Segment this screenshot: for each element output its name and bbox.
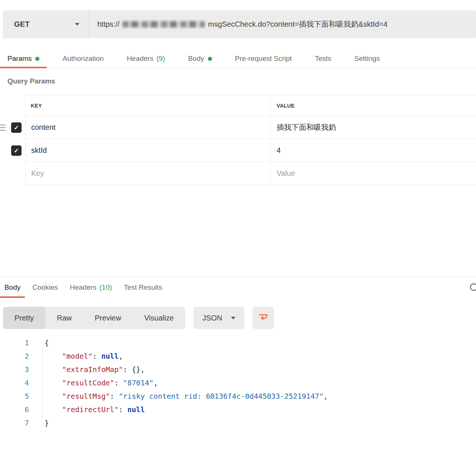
method-dropdown[interactable]: GET <box>3 10 89 38</box>
code-token: , <box>323 392 328 401</box>
param-value-input[interactable]: Value <box>270 162 476 185</box>
code-line: "model": null, <box>45 350 328 363</box>
code-token <box>45 352 62 361</box>
request-tab-settings[interactable]: Settings <box>347 49 387 68</box>
request-tabs: ParamsAuthorizationHeaders(9)BodyPre-req… <box>0 49 476 68</box>
response-tab-body[interactable]: Body <box>0 277 25 298</box>
response-tab-headers[interactable]: Headers(10) <box>65 277 117 298</box>
param-row-controls: ✓ <box>0 139 25 162</box>
request-tab-headers[interactable]: Headers(9) <box>119 49 172 68</box>
green-dot-icon <box>208 57 212 61</box>
param-key-cell[interactable]: sktId <box>25 139 270 162</box>
params-table-body: ✓content插我下面和吸我奶✓sktId4KeyValue <box>0 116 476 185</box>
code-token: { <box>45 339 49 347</box>
code-token: : {}, <box>123 365 145 374</box>
tab-label: Body <box>188 55 204 63</box>
code-token: , <box>119 352 123 361</box>
tab-label: Authorization <box>62 55 104 63</box>
param-checkbox[interactable]: ✓ <box>11 145 22 156</box>
tab-label: Body <box>4 283 20 292</box>
view-mode-raw[interactable]: Raw <box>45 307 83 329</box>
key-column-header: KEY <box>25 95 270 116</box>
param-row: ✓content插我下面和吸我奶 <box>0 116 476 139</box>
code-token: : <box>119 405 127 414</box>
code-token <box>45 405 62 414</box>
request-tab-tests[interactable]: Tests <box>307 49 339 68</box>
code-token: null <box>101 352 119 361</box>
param-value-cell[interactable]: 插我下面和吸我奶 <box>270 116 476 139</box>
url-prefix: https:// <box>97 20 120 28</box>
view-mode-pretty[interactable]: Pretty <box>3 307 45 329</box>
code-token: "resultMsg" <box>62 392 110 401</box>
tab-count: (9) <box>156 55 165 63</box>
code-token: "model" <box>62 352 92 361</box>
tab-label: Headers <box>70 283 97 292</box>
line-number: 7 <box>0 417 29 430</box>
view-mode-visualize[interactable]: Visualize <box>133 307 185 329</box>
param-checkbox[interactable]: ✓ <box>11 122 22 133</box>
code-token: "resultCode" <box>62 379 114 387</box>
code-token: "87014" <box>123 379 153 387</box>
code-token: "redirectUrl" <box>62 405 119 414</box>
url-path: msgSecCheck.do?content=插我下面和吸我奶&sktId=4 <box>208 20 388 28</box>
tab-label: Settings <box>354 55 380 63</box>
tab-label: Cookies <box>32 283 58 292</box>
code-line: "extraInfoMap": {}, <box>45 363 328 377</box>
response-tab-cookies[interactable]: Cookies <box>28 277 62 298</box>
code-token: "risky content rid: 60136f4c-0d445033-25… <box>119 392 324 401</box>
code-token: null <box>127 405 145 414</box>
search-icon[interactable] <box>469 282 476 296</box>
method-label: GET <box>14 20 30 29</box>
query-params-title: Query Params <box>7 77 476 85</box>
line-number: 2 <box>0 350 29 363</box>
code-line: { <box>45 336 328 350</box>
code-token: : <box>114 379 123 387</box>
code-line: } <box>45 417 328 430</box>
indent-guide <box>42 348 42 419</box>
code-line: "redirectUrl": null <box>45 403 328 417</box>
url-redacted-segment <box>123 21 205 27</box>
code-token: , <box>154 379 158 387</box>
line-number: 3 <box>0 363 29 377</box>
request-tab-authorization[interactable]: Authorization <box>55 49 111 68</box>
param-row-controls <box>0 162 25 185</box>
code-token <box>45 379 62 387</box>
line-number: 6 <box>0 403 29 417</box>
response-section: BodyCookiesHeaders(10)Test Results Prett… <box>0 277 476 430</box>
request-tab-params[interactable]: Params <box>0 49 47 68</box>
request-url-bar: GET https://msgSecCheck.do?content=插我下面和… <box>3 10 476 38</box>
code-line: "resultMsg": "risky content rid: 60136f4… <box>45 390 328 403</box>
request-tab-body[interactable]: Body <box>180 49 219 68</box>
drag-handle-icon[interactable] <box>0 125 6 131</box>
line-number: 4 <box>0 377 29 390</box>
code-editor[interactable]: 1234567 { "model": null, "extraInfoMap":… <box>0 336 476 430</box>
tab-count: (10) <box>100 283 112 292</box>
controls-column-header <box>0 95 25 116</box>
url-input[interactable]: https://msgSecCheck.do?content=插我下面和吸我奶&… <box>89 19 388 29</box>
params-table: KEY VALUE ✓content插我下面和吸我奶✓sktId4KeyValu… <box>0 95 476 185</box>
value-column-header: VALUE <box>270 95 476 116</box>
code-line: "resultCode": "87014", <box>45 377 328 390</box>
param-row-controls: ✓ <box>0 116 25 139</box>
content-spacer <box>0 185 476 277</box>
view-mode-toggle: PrettyRawPreviewVisualize <box>3 307 185 329</box>
params-table-header: KEY VALUE <box>0 95 476 116</box>
request-url-row: GET https://msgSecCheck.do?content=插我下面和… <box>3 10 476 38</box>
param-key-input[interactable]: Key <box>25 162 270 185</box>
view-mode-preview[interactable]: Preview <box>83 307 133 329</box>
line-number: 5 <box>0 390 29 403</box>
tab-label: Test Results <box>124 283 162 292</box>
chevron-down-icon <box>75 23 79 26</box>
tab-label: Pre-request Script <box>235 55 292 63</box>
chevron-down-icon <box>231 317 235 319</box>
language-label: JSON <box>202 314 222 322</box>
request-tab-pre-request-script[interactable]: Pre-request Script <box>228 49 299 68</box>
code-token <box>45 365 62 374</box>
line-number: 1 <box>0 336 29 350</box>
param-value-cell[interactable]: 4 <box>270 139 476 162</box>
wrap-text-button[interactable] <box>252 307 274 329</box>
param-key-cell[interactable]: content <box>25 116 270 139</box>
param-row: ✓sktId4 <box>0 139 476 162</box>
response-tab-test-results[interactable]: Test Results <box>120 277 167 298</box>
language-dropdown[interactable]: JSON <box>193 307 244 329</box>
